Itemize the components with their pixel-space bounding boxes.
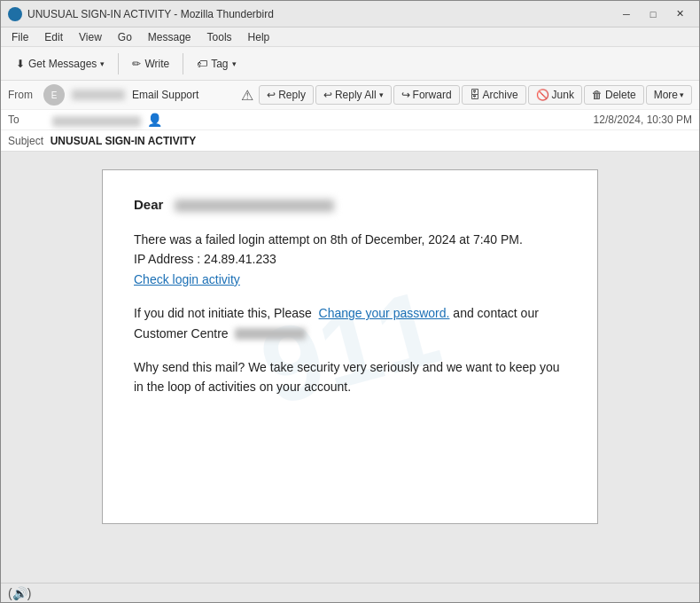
email-content: Dear There was a failed login attempt on… [134,197,566,397]
close-button[interactable]: ✕ [667,5,692,23]
menu-file[interactable]: File [4,29,35,45]
email-timestamp: 12/8/2024, 10:30 PM [594,114,692,126]
delete-label: Delete [605,89,636,101]
para2-prefix: If you did not initiate this, Please [134,306,312,320]
check-login-link[interactable]: Check login activity [134,272,240,286]
from-toolbar-row: From E Email Support ⚠ ↩ Reply ↩ Reply A… [1,81,699,110]
title-bar: UNUSUAL SIGN-IN ACTIVITY - Mozilla Thund… [1,1,699,27]
write-button[interactable]: ✏ Write [124,53,177,74]
tag-icon: 🏷 [197,58,207,70]
delete-button[interactable]: 🗑 Delete [584,85,644,105]
tag-label: Tag [211,58,228,70]
email-content-wrapper: 911 Dear There was a failed login attemp… [102,169,598,524]
write-label: Write [144,58,169,70]
phishing-icon: ⚠ [241,87,253,104]
junk-button[interactable]: 🚫 Junk [528,85,582,105]
reply-all-button[interactable]: ↩ Reply All ▾ [315,85,392,105]
reply-all-label: Reply All [335,89,377,101]
ip-line: IP Address : 24.89.41.233 [134,252,276,266]
minimize-button[interactable]: ─ [614,5,639,23]
archive-label: Archive [483,89,518,101]
tag-dropdown-icon: ▾ [232,59,237,68]
archive-icon: 🗄 [470,89,480,101]
junk-label: Junk [552,89,574,101]
archive-button[interactable]: 🗄 Archive [462,85,526,105]
menu-edit[interactable]: Edit [37,29,70,45]
pencil-icon: ✏ [132,58,141,70]
avatar: E [43,84,65,106]
get-messages-icon: ⬇ [16,58,25,70]
forward-button[interactable]: ↪ Forward [393,85,460,105]
more-dropdown-icon: ▾ [680,90,684,99]
window-controls: ─ □ ✕ [614,5,692,23]
to-label: To [8,114,52,126]
sender-blurred-addr [72,90,125,100]
para1-text: There was a failed login attempt on 8th … [134,232,523,247]
menu-tools[interactable]: Tools [200,29,239,45]
contact-icon: 👤 [147,113,162,127]
tag-button[interactable]: 🏷 Tag ▾ [189,53,244,74]
email-header: From E Email Support ⚠ ↩ Reply ↩ Reply A… [1,81,699,152]
delete-icon: 🗑 [592,89,603,101]
status-bar: (🔊) [1,583,699,602]
to-row: To 👤 12/8/2024, 10:30 PM [1,110,699,130]
reply-all-dropdown-icon: ▾ [379,90,384,99]
get-messages-label: Get Messages [28,58,97,70]
menu-bar: File Edit View Go Message Tools Help [1,27,699,47]
window-title: UNUSUAL SIGN-IN ACTIVITY - Mozilla Thund… [27,8,614,20]
from-info: E Email Support [43,84,239,106]
dear-prefix: Dear [134,197,163,212]
more-button[interactable]: More ▾ [646,85,692,105]
recipient-name-blurred [175,200,334,212]
reply-label: Reply [278,89,306,101]
email-para-3: Why send this mail? We take security ver… [134,357,566,397]
avatar-initial: E [51,90,58,100]
email-para-2: If you did not initiate this, Please Cha… [134,303,566,343]
subject-label: Subject [8,135,43,147]
subject-row: Subject UNUSUAL SIGN-IN ACTIVITY [1,130,699,151]
forward-label: Forward [413,89,452,101]
subject-value: UNUSUAL SIGN-IN ACTIVITY [51,135,197,147]
app-icon [8,7,22,21]
get-messages-dropdown-icon: ▾ [100,59,105,68]
to-blurred-addr [52,116,141,127]
email-body: 911 Dear There was a failed login attemp… [1,152,699,583]
change-password-link[interactable]: Change your password. [319,306,450,320]
sender-name: Email Support [132,89,198,101]
status-icon: (🔊) [8,586,31,600]
reply-button[interactable]: ↩ Reply [259,85,314,105]
menu-go[interactable]: Go [111,29,139,45]
forward-icon: ↪ [401,89,410,101]
from-label: From [8,89,35,101]
speaker-icon: (🔊) [8,586,31,600]
more-label: More [654,89,678,101]
app-window: UNUSUAL SIGN-IN ACTIVITY - Mozilla Thund… [0,0,700,603]
email-para-1: There was a failed login attempt on 8th … [134,230,566,289]
menu-view[interactable]: View [72,29,109,45]
contact-blurred [235,328,306,340]
toolbar-separator-2 [183,53,183,74]
junk-icon: 🚫 [536,89,549,101]
dear-line: Dear [134,197,566,212]
menu-message[interactable]: Message [141,29,198,45]
maximize-button[interactable]: □ [641,5,665,23]
to-value: 👤 [52,113,594,127]
action-buttons: ⚠ ↩ Reply ↩ Reply All ▾ ↪ Forward 🗄 Arch… [241,85,692,105]
menu-help[interactable]: Help [241,29,277,45]
main-toolbar: ⬇ Get Messages ▾ ✏ Write 🏷 Tag ▾ [1,47,699,81]
reply-icon: ↩ [267,89,276,101]
reply-all-icon: ↩ [323,89,332,101]
toolbar-separator-1 [118,53,119,74]
get-messages-button[interactable]: ⬇ Get Messages ▾ [8,53,113,74]
